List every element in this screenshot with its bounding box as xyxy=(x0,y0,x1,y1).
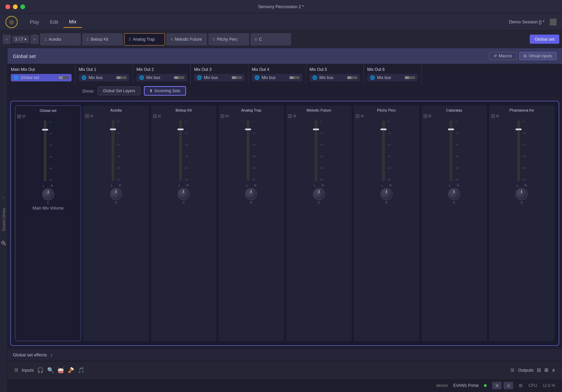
record-indicator xyxy=(550,19,557,25)
sound-library-icon[interactable]: Sound Library xyxy=(0,205,7,235)
mute-checkbox-melodic[interactable] xyxy=(288,114,292,118)
close-button[interactable] xyxy=(5,4,10,9)
effects-arrow-icon[interactable]: ↑ xyxy=(50,352,53,358)
pan-knob-bebop[interactable] xyxy=(177,188,190,200)
fader-slider-cataratas[interactable] xyxy=(450,120,452,181)
plugin-icon[interactable]: 🔌 xyxy=(1,240,6,246)
grid-view-icon[interactable]: ▦ xyxy=(492,382,502,389)
mute-checkbox-analog[interactable] xyxy=(221,114,224,118)
lr-labels-global: LR xyxy=(43,184,53,188)
tab-pitchy-perc[interactable]: 5 Pitchy Perc xyxy=(208,33,249,45)
inputs-grid-icon: ⊞ xyxy=(14,367,18,373)
cpu-value: 12.6 % xyxy=(543,383,555,388)
nav-edit[interactable]: Edit xyxy=(44,17,63,27)
tab-melodic-future[interactable]: 4 Melodic Future xyxy=(166,33,207,45)
fader-col-acedia: Acedia M - 0- 12- 24- 36- 48- 60 LR xyxy=(83,105,149,341)
mute-checkbox-acedia[interactable] xyxy=(85,114,89,118)
fader-col-name-phantasma: Phantasma Ke xyxy=(491,108,552,112)
fader-slider-melodic[interactable] xyxy=(315,120,317,181)
global-set-title: Global set xyxy=(13,53,36,59)
view-icons: ▦ ▤ xyxy=(492,382,513,389)
pan-knob-pitchy[interactable] xyxy=(380,188,393,200)
inputs-label: Inputs xyxy=(22,368,34,373)
mute-label-global: M xyxy=(22,115,25,118)
mix-out-3-col: Mix Out 3 🌐 Mix bus xyxy=(191,64,248,84)
pan-knob-global[interactable] xyxy=(42,188,54,200)
mix-out-6-bus-bar xyxy=(405,76,415,79)
mix-out-5-bus-row[interactable]: 🌐 Mix bus xyxy=(310,74,360,81)
global-set-layers-button[interactable]: Global Set Layers xyxy=(98,86,140,95)
fader-thumb-global xyxy=(42,129,48,131)
minimize-button[interactable] xyxy=(13,4,18,9)
fader-col-cataratas: Cataratas M - 0- 12- 24- 36- 48- 60 LR xyxy=(422,105,487,341)
collapse-icon[interactable]: ∧ xyxy=(552,367,555,373)
page-indicator: 3 / 7 ▾ xyxy=(12,36,29,43)
pan-knob-melodic[interactable] xyxy=(313,188,325,200)
next-arrow[interactable]: › xyxy=(31,35,39,44)
knob-section-acedia: LR C xyxy=(110,184,122,204)
fader-col-name-analog: Analog Trap xyxy=(221,108,282,112)
drum-icon-3[interactable]: 🎵 xyxy=(78,367,85,373)
nav-play[interactable]: Play xyxy=(24,17,44,27)
tab-bebop-kit[interactable]: 2 Bebop Kit xyxy=(82,33,123,45)
virtual-inputs-button[interactable]: ⧉ Virtual inputs xyxy=(519,52,557,60)
outputs-grid-icon-1[interactable]: ⊟ xyxy=(537,367,541,373)
mix-out-4-bus-row[interactable]: 🌐 Mix bus xyxy=(252,74,302,81)
device-status-dot xyxy=(484,384,487,387)
mix-out-1-bus-row[interactable]: 🌐 Mix bus xyxy=(79,74,129,81)
global-set-effects-bar: Global set effects ↑ xyxy=(7,349,562,361)
mix-out-3-bus-row[interactable]: 🌐 Mix bus xyxy=(194,74,245,81)
mute-checkbox-phantasma[interactable] xyxy=(491,114,495,118)
tab-analog-trap[interactable]: 3 Analog Trap xyxy=(124,33,165,45)
pan-knob-acedia[interactable] xyxy=(110,188,122,200)
main-content: Global set ↺ Macros ⧉ Virtual inputs Mai… xyxy=(7,48,562,392)
sidebar-toggle-icon[interactable]: › xyxy=(3,194,4,200)
fader-col-pitchy-perc: Pitchy Perc M - 0- 12- 24- 36- 48- 60 LR xyxy=(354,105,419,341)
mix-out-3-label: Mix Out 3 xyxy=(194,67,245,72)
main-mix-bus-row[interactable]: 🌐 Global set xyxy=(11,74,72,81)
fader-slider-bebop[interactable] xyxy=(179,120,182,181)
mute-label-acedia: M xyxy=(90,114,93,118)
mix-out-2-col: Mix Out 2 🌐 Mix bus xyxy=(133,64,191,84)
outputs-grid-icon-2[interactable]: ⊞ xyxy=(544,367,548,373)
session-title: Demo Session [] * xyxy=(509,19,544,24)
mute-checkbox-bebop[interactable] xyxy=(153,114,157,118)
headphones-icon[interactable]: 🎧 xyxy=(37,367,44,373)
drum-icon-2[interactable]: 🪘 xyxy=(68,367,74,373)
tab-c[interactable]: 6 C xyxy=(250,33,291,45)
global-set-button[interactable]: Global set xyxy=(530,35,559,44)
list-view-icon[interactable]: ▤ xyxy=(504,382,513,389)
traffic-lights xyxy=(5,4,25,9)
mix-out-2-bus-row[interactable]: 🌐 Mix bus xyxy=(136,74,187,81)
fader-slider-analog[interactable] xyxy=(247,120,249,181)
main-mix-out-col: Main Mix Out 🌐 Global set xyxy=(7,64,75,84)
nav-mix[interactable]: Mix xyxy=(63,16,82,28)
incoming-sets-button[interactable]: ⬆ Incoming Sets xyxy=(144,86,186,96)
maximize-button[interactable] xyxy=(20,4,25,9)
global-set-header: Global set ↺ Macros ⧉ Virtual inputs xyxy=(7,48,562,64)
fader-slider-global[interactable] xyxy=(44,120,46,181)
fader-slider-acedia[interactable] xyxy=(112,120,114,181)
app-logo[interactable]: ◎ xyxy=(5,16,18,28)
macros-button[interactable]: ↺ Macros xyxy=(489,52,517,60)
mix-out-6-bus-row[interactable]: 🌐 Mix bus xyxy=(367,74,418,81)
mix-out-4-bus-bar xyxy=(289,76,300,79)
mix-out-5-col: Mix Out 5 🌐 Mix bus xyxy=(306,64,364,84)
show-label: Show: xyxy=(82,89,94,94)
tab-acedia[interactable]: 1 Acedia xyxy=(40,33,81,45)
search-icon[interactable]: 🔍 xyxy=(47,367,54,373)
mute-checkbox-pitchy[interactable] xyxy=(356,114,359,118)
global-set-effects-label: Global set effects xyxy=(13,352,47,357)
settings-icon[interactable]: ⚙ xyxy=(519,383,523,388)
drum-icon-1[interactable]: 🥁 xyxy=(57,367,64,373)
pan-knob-phantasma[interactable] xyxy=(516,188,528,200)
prev-arrow[interactable]: ‹ xyxy=(3,35,11,44)
pan-knob-cataratas[interactable] xyxy=(448,188,460,200)
pan-knob-analog[interactable] xyxy=(245,188,257,200)
fader-slider-pitchy[interactable] xyxy=(382,120,385,181)
globe-icon-5: 🌐 xyxy=(312,75,317,80)
mute-checkbox-cataratas[interactable] xyxy=(424,114,427,118)
mute-checkbox-global[interactable] xyxy=(17,115,21,118)
fader-slider-phantasma[interactable] xyxy=(517,120,520,181)
mix-out-6-col: Mix Out 6 🌐 Mix bus xyxy=(364,64,422,84)
